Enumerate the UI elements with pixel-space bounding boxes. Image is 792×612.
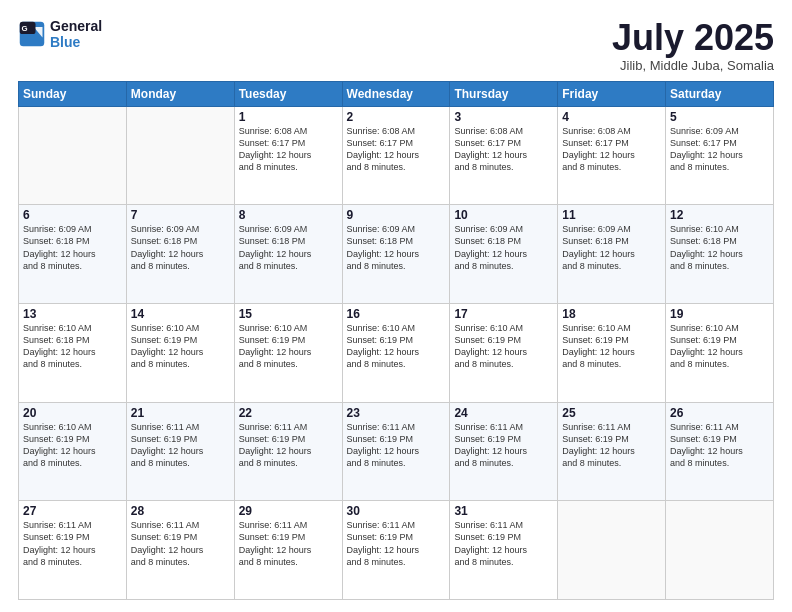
table-row: 8Sunrise: 6:09 AM Sunset: 6:18 PM Daylig…	[234, 205, 342, 304]
day-info: Sunrise: 6:11 AM Sunset: 6:19 PM Dayligh…	[239, 421, 338, 470]
day-info: Sunrise: 6:11 AM Sunset: 6:19 PM Dayligh…	[670, 421, 769, 470]
table-row: 27Sunrise: 6:11 AM Sunset: 6:19 PM Dayli…	[19, 501, 127, 600]
day-info: Sunrise: 6:11 AM Sunset: 6:19 PM Dayligh…	[454, 421, 553, 470]
day-number: 8	[239, 208, 338, 222]
location-subtitle: Jilib, Middle Juba, Somalia	[612, 58, 774, 73]
day-number: 24	[454, 406, 553, 420]
day-number: 2	[347, 110, 446, 124]
month-title: July 2025	[612, 18, 774, 58]
day-info: Sunrise: 6:09 AM Sunset: 6:18 PM Dayligh…	[131, 223, 230, 272]
table-row: 26Sunrise: 6:11 AM Sunset: 6:19 PM Dayli…	[666, 402, 774, 501]
day-number: 5	[670, 110, 769, 124]
day-info: Sunrise: 6:11 AM Sunset: 6:19 PM Dayligh…	[347, 421, 446, 470]
day-number: 17	[454, 307, 553, 321]
calendar-week-row: 1Sunrise: 6:08 AM Sunset: 6:17 PM Daylig…	[19, 106, 774, 205]
col-friday: Friday	[558, 81, 666, 106]
day-number: 19	[670, 307, 769, 321]
table-row: 29Sunrise: 6:11 AM Sunset: 6:19 PM Dayli…	[234, 501, 342, 600]
table-row: 31Sunrise: 6:11 AM Sunset: 6:19 PM Dayli…	[450, 501, 558, 600]
day-number: 6	[23, 208, 122, 222]
col-tuesday: Tuesday	[234, 81, 342, 106]
table-row: 9Sunrise: 6:09 AM Sunset: 6:18 PM Daylig…	[342, 205, 450, 304]
day-number: 10	[454, 208, 553, 222]
day-info: Sunrise: 6:09 AM Sunset: 6:18 PM Dayligh…	[239, 223, 338, 272]
logo-icon: G	[18, 20, 46, 48]
day-number: 12	[670, 208, 769, 222]
day-info: Sunrise: 6:11 AM Sunset: 6:19 PM Dayligh…	[239, 519, 338, 568]
day-info: Sunrise: 6:10 AM Sunset: 6:19 PM Dayligh…	[131, 322, 230, 371]
day-info: Sunrise: 6:09 AM Sunset: 6:18 PM Dayligh…	[562, 223, 661, 272]
col-saturday: Saturday	[666, 81, 774, 106]
svg-text:G: G	[22, 24, 28, 33]
col-thursday: Thursday	[450, 81, 558, 106]
table-row: 23Sunrise: 6:11 AM Sunset: 6:19 PM Dayli…	[342, 402, 450, 501]
table-row: 15Sunrise: 6:10 AM Sunset: 6:19 PM Dayli…	[234, 303, 342, 402]
day-number: 1	[239, 110, 338, 124]
day-info: Sunrise: 6:08 AM Sunset: 6:17 PM Dayligh…	[562, 125, 661, 174]
calendar-page: G General Blue July 2025 Jilib, Middle J…	[0, 0, 792, 612]
day-info: Sunrise: 6:08 AM Sunset: 6:17 PM Dayligh…	[239, 125, 338, 174]
day-info: Sunrise: 6:11 AM Sunset: 6:19 PM Dayligh…	[562, 421, 661, 470]
table-row: 16Sunrise: 6:10 AM Sunset: 6:19 PM Dayli…	[342, 303, 450, 402]
col-sunday: Sunday	[19, 81, 127, 106]
table-row: 14Sunrise: 6:10 AM Sunset: 6:19 PM Dayli…	[126, 303, 234, 402]
table-row: 24Sunrise: 6:11 AM Sunset: 6:19 PM Dayli…	[450, 402, 558, 501]
day-info: Sunrise: 6:10 AM Sunset: 6:19 PM Dayligh…	[23, 421, 122, 470]
day-info: Sunrise: 6:11 AM Sunset: 6:19 PM Dayligh…	[131, 421, 230, 470]
table-row: 3Sunrise: 6:08 AM Sunset: 6:17 PM Daylig…	[450, 106, 558, 205]
day-info: Sunrise: 6:10 AM Sunset: 6:19 PM Dayligh…	[454, 322, 553, 371]
day-number: 20	[23, 406, 122, 420]
calendar-table: Sunday Monday Tuesday Wednesday Thursday…	[18, 81, 774, 600]
day-number: 22	[239, 406, 338, 420]
logo: G General Blue	[18, 18, 102, 50]
table-row: 18Sunrise: 6:10 AM Sunset: 6:19 PM Dayli…	[558, 303, 666, 402]
table-row: 12Sunrise: 6:10 AM Sunset: 6:18 PM Dayli…	[666, 205, 774, 304]
table-row	[19, 106, 127, 205]
table-row: 21Sunrise: 6:11 AM Sunset: 6:19 PM Dayli…	[126, 402, 234, 501]
table-row: 20Sunrise: 6:10 AM Sunset: 6:19 PM Dayli…	[19, 402, 127, 501]
table-row: 5Sunrise: 6:09 AM Sunset: 6:17 PM Daylig…	[666, 106, 774, 205]
day-info: Sunrise: 6:10 AM Sunset: 6:19 PM Dayligh…	[347, 322, 446, 371]
day-info: Sunrise: 6:11 AM Sunset: 6:19 PM Dayligh…	[347, 519, 446, 568]
day-info: Sunrise: 6:10 AM Sunset: 6:18 PM Dayligh…	[670, 223, 769, 272]
day-number: 11	[562, 208, 661, 222]
table-row: 10Sunrise: 6:09 AM Sunset: 6:18 PM Dayli…	[450, 205, 558, 304]
day-number: 25	[562, 406, 661, 420]
day-info: Sunrise: 6:10 AM Sunset: 6:19 PM Dayligh…	[670, 322, 769, 371]
day-number: 28	[131, 504, 230, 518]
table-row: 11Sunrise: 6:09 AM Sunset: 6:18 PM Dayli…	[558, 205, 666, 304]
table-row: 28Sunrise: 6:11 AM Sunset: 6:19 PM Dayli…	[126, 501, 234, 600]
table-row: 25Sunrise: 6:11 AM Sunset: 6:19 PM Dayli…	[558, 402, 666, 501]
table-row: 19Sunrise: 6:10 AM Sunset: 6:19 PM Dayli…	[666, 303, 774, 402]
table-row: 30Sunrise: 6:11 AM Sunset: 6:19 PM Dayli…	[342, 501, 450, 600]
day-info: Sunrise: 6:08 AM Sunset: 6:17 PM Dayligh…	[454, 125, 553, 174]
table-row	[126, 106, 234, 205]
day-number: 9	[347, 208, 446, 222]
logo-text: General Blue	[50, 18, 102, 50]
day-number: 21	[131, 406, 230, 420]
col-wednesday: Wednesday	[342, 81, 450, 106]
day-number: 14	[131, 307, 230, 321]
day-info: Sunrise: 6:09 AM Sunset: 6:18 PM Dayligh…	[454, 223, 553, 272]
day-number: 13	[23, 307, 122, 321]
table-row: 7Sunrise: 6:09 AM Sunset: 6:18 PM Daylig…	[126, 205, 234, 304]
day-info: Sunrise: 6:11 AM Sunset: 6:19 PM Dayligh…	[131, 519, 230, 568]
day-info: Sunrise: 6:09 AM Sunset: 6:17 PM Dayligh…	[670, 125, 769, 174]
day-info: Sunrise: 6:10 AM Sunset: 6:19 PM Dayligh…	[239, 322, 338, 371]
day-number: 27	[23, 504, 122, 518]
calendar-week-row: 20Sunrise: 6:10 AM Sunset: 6:19 PM Dayli…	[19, 402, 774, 501]
table-row	[558, 501, 666, 600]
day-info: Sunrise: 6:11 AM Sunset: 6:19 PM Dayligh…	[454, 519, 553, 568]
day-number: 23	[347, 406, 446, 420]
table-row	[666, 501, 774, 600]
table-row: 17Sunrise: 6:10 AM Sunset: 6:19 PM Dayli…	[450, 303, 558, 402]
day-number: 15	[239, 307, 338, 321]
day-info: Sunrise: 6:09 AM Sunset: 6:18 PM Dayligh…	[347, 223, 446, 272]
day-info: Sunrise: 6:11 AM Sunset: 6:19 PM Dayligh…	[23, 519, 122, 568]
day-number: 16	[347, 307, 446, 321]
day-number: 18	[562, 307, 661, 321]
table-row: 4Sunrise: 6:08 AM Sunset: 6:17 PM Daylig…	[558, 106, 666, 205]
table-row: 2Sunrise: 6:08 AM Sunset: 6:17 PM Daylig…	[342, 106, 450, 205]
calendar-header-row: Sunday Monday Tuesday Wednesday Thursday…	[19, 81, 774, 106]
table-row: 6Sunrise: 6:09 AM Sunset: 6:18 PM Daylig…	[19, 205, 127, 304]
